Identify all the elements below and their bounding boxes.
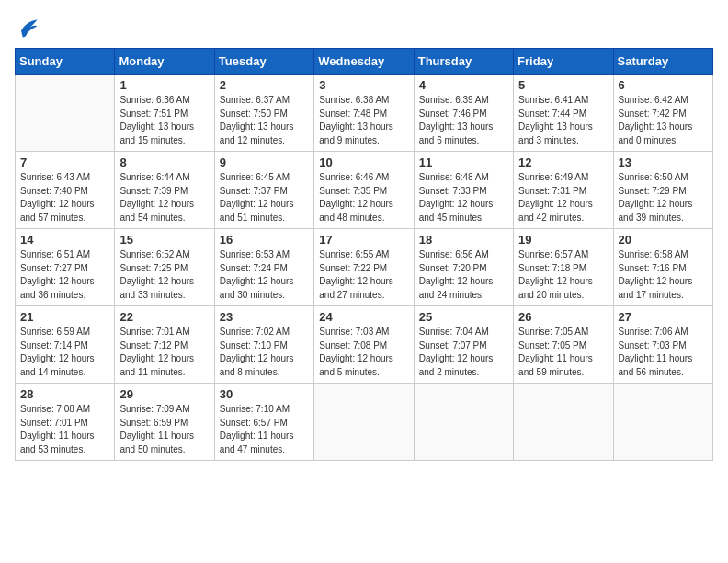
calendar-cell: 16Sunrise: 6:53 AM Sunset: 7:24 PM Dayli… <box>214 229 313 306</box>
calendar-cell: 28Sunrise: 7:08 AM Sunset: 7:01 PM Dayli… <box>16 384 115 461</box>
day-number: 19 <box>518 233 608 247</box>
calendar-cell: 14Sunrise: 6:51 AM Sunset: 7:27 PM Dayli… <box>16 229 115 306</box>
day-number: 7 <box>20 155 109 169</box>
calendar-cell: 5Sunrise: 6:41 AM Sunset: 7:44 PM Daylig… <box>514 75 613 152</box>
calendar-cell: 8Sunrise: 6:44 AM Sunset: 7:39 PM Daylig… <box>115 152 214 229</box>
calendar-cell: 19Sunrise: 6:57 AM Sunset: 7:18 PM Dayli… <box>514 229 613 306</box>
weekday-header: Friday <box>514 49 613 75</box>
calendar-cell: 2Sunrise: 6:37 AM Sunset: 7:50 PM Daylig… <box>214 75 313 152</box>
weekday-header: Saturday <box>613 49 712 75</box>
day-info: Sunrise: 7:02 AM Sunset: 7:10 PM Dayligh… <box>220 326 309 379</box>
day-info: Sunrise: 6:59 AM Sunset: 7:14 PM Dayligh… <box>20 326 109 379</box>
day-info: Sunrise: 7:05 AM Sunset: 7:05 PM Dayligh… <box>518 326 608 379</box>
calendar-cell: 7Sunrise: 6:43 AM Sunset: 7:40 PM Daylig… <box>16 152 115 229</box>
calendar-cell: 4Sunrise: 6:39 AM Sunset: 7:46 PM Daylig… <box>414 75 513 152</box>
weekday-header: Sunday <box>16 49 115 75</box>
day-info: Sunrise: 7:06 AM Sunset: 7:03 PM Dayligh… <box>619 326 708 379</box>
calendar-cell: 24Sunrise: 7:03 AM Sunset: 7:08 PM Dayli… <box>314 306 414 384</box>
calendar-cell: 29Sunrise: 7:09 AM Sunset: 6:59 PM Dayli… <box>115 384 214 461</box>
day-number: 13 <box>619 155 708 169</box>
calendar-cell: 27Sunrise: 7:06 AM Sunset: 7:03 PM Dayli… <box>613 306 712 384</box>
calendar-cell: 23Sunrise: 7:02 AM Sunset: 7:10 PM Dayli… <box>214 306 313 384</box>
calendar-cell: 6Sunrise: 6:42 AM Sunset: 7:42 PM Daylig… <box>613 75 712 152</box>
calendar-cell <box>613 384 712 461</box>
calendar-week-row: 7Sunrise: 6:43 AM Sunset: 7:40 PM Daylig… <box>16 152 713 229</box>
day-info: Sunrise: 6:49 AM Sunset: 7:31 PM Dayligh… <box>518 171 608 224</box>
calendar-cell: 10Sunrise: 6:46 AM Sunset: 7:35 PM Dayli… <box>314 152 414 229</box>
day-info: Sunrise: 6:44 AM Sunset: 7:39 PM Dayligh… <box>119 171 209 224</box>
calendar-cell: 17Sunrise: 6:55 AM Sunset: 7:22 PM Dayli… <box>314 229 414 306</box>
day-number: 24 <box>319 310 408 324</box>
calendar-cell: 30Sunrise: 7:10 AM Sunset: 6:57 PM Dayli… <box>214 384 313 461</box>
calendar-cell: 21Sunrise: 6:59 AM Sunset: 7:14 PM Dayli… <box>16 306 115 384</box>
calendar-week-row: 1Sunrise: 6:36 AM Sunset: 7:51 PM Daylig… <box>16 75 713 152</box>
day-number: 16 <box>220 233 309 247</box>
day-number: 2 <box>220 78 309 92</box>
day-number: 10 <box>319 155 408 169</box>
day-info: Sunrise: 6:53 AM Sunset: 7:24 PM Dayligh… <box>220 248 309 302</box>
day-info: Sunrise: 6:42 AM Sunset: 7:42 PM Dayligh… <box>619 94 708 147</box>
day-number: 26 <box>518 310 608 324</box>
calendar-cell <box>16 75 115 152</box>
day-number: 14 <box>20 233 109 247</box>
day-info: Sunrise: 6:41 AM Sunset: 7:44 PM Dayligh… <box>518 94 608 147</box>
calendar-cell: 9Sunrise: 6:45 AM Sunset: 7:37 PM Daylig… <box>214 152 313 229</box>
day-info: Sunrise: 6:46 AM Sunset: 7:35 PM Dayligh… <box>319 171 408 224</box>
day-number: 15 <box>119 233 209 247</box>
day-number: 6 <box>619 78 708 92</box>
calendar-cell <box>314 384 414 461</box>
day-number: 1 <box>119 78 209 92</box>
logo-icon <box>15 15 40 40</box>
day-number: 20 <box>619 233 708 247</box>
calendar-cell: 25Sunrise: 7:04 AM Sunset: 7:07 PM Dayli… <box>414 306 513 384</box>
page-header <box>15 15 713 40</box>
day-info: Sunrise: 6:52 AM Sunset: 7:25 PM Dayligh… <box>119 248 209 302</box>
day-info: Sunrise: 6:56 AM Sunset: 7:20 PM Dayligh… <box>419 248 508 302</box>
day-number: 3 <box>319 78 408 92</box>
calendar-cell: 22Sunrise: 7:01 AM Sunset: 7:12 PM Dayli… <box>115 306 214 384</box>
calendar-week-row: 28Sunrise: 7:08 AM Sunset: 7:01 PM Dayli… <box>16 384 713 461</box>
day-info: Sunrise: 7:01 AM Sunset: 7:12 PM Dayligh… <box>119 326 209 379</box>
day-info: Sunrise: 6:55 AM Sunset: 7:22 PM Dayligh… <box>319 248 408 302</box>
calendar-cell: 20Sunrise: 6:58 AM Sunset: 7:16 PM Dayli… <box>613 229 712 306</box>
day-number: 11 <box>419 155 508 169</box>
day-info: Sunrise: 6:57 AM Sunset: 7:18 PM Dayligh… <box>518 248 608 302</box>
day-info: Sunrise: 6:36 AM Sunset: 7:51 PM Dayligh… <box>119 94 209 147</box>
day-number: 21 <box>20 310 109 324</box>
day-info: Sunrise: 6:50 AM Sunset: 7:29 PM Dayligh… <box>619 171 708 224</box>
day-number: 29 <box>119 387 209 401</box>
calendar-cell <box>514 384 613 461</box>
day-number: 8 <box>119 155 209 169</box>
day-number: 9 <box>220 155 309 169</box>
day-info: Sunrise: 7:03 AM Sunset: 7:08 PM Dayligh… <box>319 326 408 379</box>
day-number: 17 <box>319 233 408 247</box>
weekday-header: Thursday <box>414 49 513 75</box>
day-number: 25 <box>419 310 508 324</box>
day-number: 27 <box>619 310 708 324</box>
calendar-cell: 13Sunrise: 6:50 AM Sunset: 7:29 PM Dayli… <box>613 152 712 229</box>
calendar-cell: 3Sunrise: 6:38 AM Sunset: 7:48 PM Daylig… <box>314 75 414 152</box>
day-info: Sunrise: 6:37 AM Sunset: 7:50 PM Dayligh… <box>220 94 309 147</box>
day-info: Sunrise: 7:04 AM Sunset: 7:07 PM Dayligh… <box>419 326 508 379</box>
day-number: 28 <box>20 387 109 401</box>
weekday-header-row: SundayMondayTuesdayWednesdayThursdayFrid… <box>16 49 713 75</box>
day-number: 12 <box>518 155 608 169</box>
day-info: Sunrise: 6:51 AM Sunset: 7:27 PM Dayligh… <box>20 248 109 302</box>
day-number: 5 <box>518 78 608 92</box>
day-number: 30 <box>220 387 309 401</box>
day-number: 22 <box>119 310 209 324</box>
calendar-cell: 18Sunrise: 6:56 AM Sunset: 7:20 PM Dayli… <box>414 229 513 306</box>
day-info: Sunrise: 7:08 AM Sunset: 7:01 PM Dayligh… <box>20 403 109 456</box>
weekday-header: Monday <box>115 49 214 75</box>
calendar-week-row: 14Sunrise: 6:51 AM Sunset: 7:27 PM Dayli… <box>16 229 713 306</box>
calendar-cell: 26Sunrise: 7:05 AM Sunset: 7:05 PM Dayli… <box>514 306 613 384</box>
calendar-cell <box>414 384 513 461</box>
day-number: 23 <box>220 310 309 324</box>
day-number: 4 <box>419 78 508 92</box>
logo <box>15 15 44 40</box>
day-info: Sunrise: 6:39 AM Sunset: 7:46 PM Dayligh… <box>419 94 508 147</box>
day-number: 18 <box>419 233 508 247</box>
weekday-header: Wednesday <box>314 49 414 75</box>
day-info: Sunrise: 6:58 AM Sunset: 7:16 PM Dayligh… <box>619 248 708 302</box>
day-info: Sunrise: 6:43 AM Sunset: 7:40 PM Dayligh… <box>20 171 109 224</box>
